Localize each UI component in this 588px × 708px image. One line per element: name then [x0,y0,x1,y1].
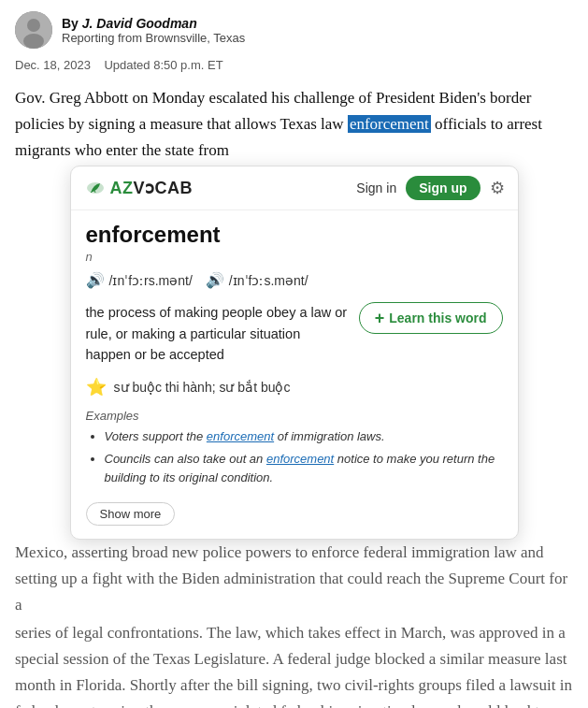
pronunciation-row: 🔊 /ɪnˈfɔːrs.mənt/ 🔊 /ɪnˈfɔːs.mənt/ [86,271,503,289]
star-icon: ⭐ [86,377,107,397]
definition-text: the process of making people obey a law … [86,302,348,365]
examples-section: Examples Voters support the enforcement … [86,409,503,487]
article-paragraph-faded: Mexico, asserting broad new police power… [15,540,573,618]
logo-icon [84,177,107,199]
svg-point-1 [27,19,40,32]
example-word-link-1[interactable]: enforcement [207,429,274,443]
highlighted-word[interactable]: enforcement [348,115,431,133]
learn-this-word-button[interactable]: + Learn this word [359,302,503,334]
author-info: By J. David Goodman Reporting from Brown… [62,16,245,45]
examples-label: Examples [86,409,503,423]
author-location: Reporting from Brownsville, Texas [62,31,245,45]
sign-in-button[interactable]: Sign in [356,181,396,195]
pronunciation-1: 🔊 /ɪnˈfɔːrs.mənt/ [86,271,193,289]
article-text-below: series of legal confrontations. The law,… [15,620,573,708]
plus-icon: + [375,310,385,326]
article-container: By J. David Goodman Reporting from Brown… [0,0,588,708]
speaker-icon-2[interactable]: 🔊 [206,271,224,289]
list-item: Voters support the enforcement of immigr… [105,427,503,446]
svg-point-2 [23,34,44,49]
header-actions: Sign in Sign up ⚙ [356,176,504,200]
vocab-popup-wrapper: AZVɔCAB Sign in Sign up ⚙ enforcement n [15,166,573,540]
examples-list: Voters support the enforcement of immigr… [86,427,503,487]
article-date: Dec. 18, 2023 Updated 8:50 p.m. ET [15,58,573,72]
logo-label: AZVɔCAB [110,178,194,198]
example-word-link-2[interactable]: enforcement [266,452,334,466]
word-pos: n [86,250,503,264]
vocab-popup: AZVɔCAB Sign in Sign up ⚙ enforcement n [70,166,519,540]
translation-row: ⭐ sư buộc thi hành; sư bắt buộc [86,377,503,397]
popup-header: AZVɔCAB Sign in Sign up ⚙ [71,166,518,210]
settings-icon[interactable]: ⚙ [490,178,505,198]
pronunciation-2: 🔊 /ɪnˈfɔːs.mənt/ [206,271,308,289]
article-paragraph-1: Gov. Greg Abbott on Monday escalated his… [15,85,573,164]
author-avatar [15,11,52,49]
author-name: By J. David Goodman [62,16,245,31]
azvocab-logo: AZVɔCAB [84,177,194,199]
popup-body: enforcement n 🔊 /ɪnˈfɔːrs.mənt/ 🔊 /ɪnˈfɔ… [71,210,518,539]
definition-row: the process of making people obey a law … [86,302,503,365]
word-title: enforcement [86,222,503,248]
speaker-icon-1[interactable]: 🔊 [86,271,105,289]
translation-text: sư buộc thi hành; sư bắt buộc [114,380,291,395]
sign-up-button[interactable]: Sign up [406,176,480,200]
list-item: Councils can also take out an enforcemen… [105,450,503,487]
show-more-button[interactable]: Show more [86,502,176,526]
author-row: By J. David Goodman Reporting from Brown… [15,11,573,49]
